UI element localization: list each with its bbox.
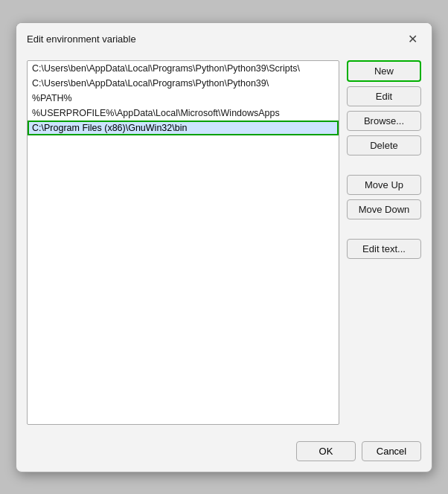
dialog-title: Edit environment variable — [27, 33, 136, 45]
buttons-panel: New Edit Browse... Delete Move Up Move D… — [347, 60, 421, 425]
edit-env-variable-dialog: Edit environment variable ✕ C:\Users\ben… — [16, 22, 432, 472]
spacer2 — [347, 224, 421, 234]
close-button[interactable]: ✕ — [403, 31, 421, 48]
cancel-button[interactable]: Cancel — [362, 441, 421, 461]
dialog-footer: OK Cancel — [16, 435, 432, 472]
new-button[interactable]: New — [347, 60, 421, 82]
ok-button[interactable]: OK — [296, 441, 356, 461]
spacer — [347, 160, 421, 170]
list-item[interactable]: %PATH% — [28, 91, 339, 106]
edit-text-button[interactable]: Edit text... — [347, 239, 421, 259]
move-down-button[interactable]: Move Down — [347, 199, 421, 219]
list-item[interactable]: C:\Users\ben\AppData\Local\Programs\Pyth… — [28, 76, 339, 91]
list-item[interactable]: %USERPROFILE%\AppData\Local\Microsoft\Wi… — [28, 106, 339, 121]
browse-button[interactable]: Browse... — [347, 111, 421, 131]
list-item-input[interactable] — [32, 123, 334, 133]
delete-button[interactable]: Delete — [347, 135, 421, 155]
dialog-body: C:\Users\ben\AppData\Local\Programs\Pyth… — [16, 54, 432, 435]
edit-button[interactable]: Edit — [347, 86, 421, 106]
list-item[interactable] — [28, 121, 339, 135]
title-bar: Edit environment variable ✕ — [16, 23, 432, 54]
move-up-button[interactable]: Move Up — [347, 175, 421, 195]
list-item[interactable]: C:\Users\ben\AppData\Local\Programs\Pyth… — [28, 61, 339, 76]
env-variable-list[interactable]: C:\Users\ben\AppData\Local\Programs\Pyth… — [27, 60, 339, 425]
